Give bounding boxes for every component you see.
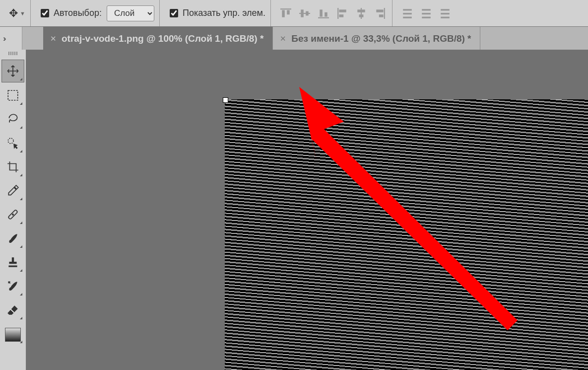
- svg-rect-4: [301, 9, 304, 17]
- current-tool-indicator[interactable]: ✥ ▼: [9, 7, 25, 20]
- gradient-tool-button[interactable]: [2, 323, 24, 345]
- align-horizontal-centers-button[interactable]: [354, 6, 368, 20]
- autoselect-checkbox[interactable]: Автовыбор:: [39, 7, 102, 19]
- eraser-tool-button[interactable]: [2, 299, 24, 321]
- svg-rect-25: [441, 12, 450, 14]
- brush-tool-button[interactable]: [2, 227, 24, 249]
- document-tab-2[interactable]: ✕ Без имени-1 @ 33,3% (Слой 1, RGB/8) *: [273, 27, 480, 50]
- move-icon: ✥: [9, 7, 18, 20]
- eyedropper-tool-button[interactable]: [2, 180, 24, 202]
- svg-rect-16: [376, 9, 383, 12]
- svg-rect-10: [339, 9, 346, 12]
- document-tabbar: › › ✕ otraj-v-vode-1.png @ 100% (Слой 1,…: [0, 27, 588, 50]
- panel-grip[interactable]: [3, 52, 23, 57]
- healing-brush-tool-button[interactable]: [2, 204, 24, 225]
- svg-rect-1: [282, 10, 285, 17]
- svg-rect-18: [403, 9, 412, 10]
- tab-title: Без имени-1 @ 33,3% (Слой 1, RGB/8) *: [291, 33, 471, 44]
- options-bar: ✥ ▼ Автовыбор: Слой Показать упр. элем.: [0, 0, 588, 27]
- autoselect-input[interactable]: [41, 9, 49, 17]
- workspace: [0, 50, 588, 370]
- tab-title: otraj-v-vode-1.png @ 100% (Слой 1, RGB/8…: [62, 33, 263, 44]
- svg-rect-19: [403, 12, 412, 14]
- svg-rect-5: [306, 11, 309, 15]
- show-transform-controls-checkbox[interactable]: Показать упр. элем.: [168, 7, 265, 19]
- history-brush-icon: [6, 280, 19, 293]
- move-tool-button[interactable]: [1, 60, 24, 82]
- svg-rect-17: [379, 14, 384, 17]
- brush-icon: [6, 232, 19, 245]
- close-icon[interactable]: ✕: [280, 34, 286, 43]
- eyedropper-icon: [6, 184, 19, 197]
- show-controls-input[interactable]: [170, 9, 178, 17]
- svg-rect-8: [325, 12, 327, 16]
- lasso-tool-button[interactable]: [2, 108, 24, 130]
- autoselect-label: Автовыбор:: [54, 8, 102, 18]
- align-vertical-centers-button[interactable]: [298, 6, 312, 20]
- svg-point-28: [8, 138, 13, 144]
- history-brush-tool-button[interactable]: [2, 275, 24, 297]
- svg-rect-20: [403, 16, 412, 18]
- svg-rect-13: [357, 9, 365, 12]
- svg-rect-23: [422, 16, 431, 18]
- svg-rect-22: [422, 12, 431, 14]
- crop-tool-button[interactable]: [2, 156, 24, 178]
- quick-selection-tool-button[interactable]: [2, 132, 24, 154]
- distribute-vertical-button[interactable]: [419, 6, 433, 20]
- svg-rect-11: [339, 14, 343, 17]
- svg-rect-14: [359, 14, 364, 17]
- quick-select-icon: [6, 137, 19, 149]
- svg-rect-7: [320, 9, 323, 16]
- svg-point-30: [12, 214, 13, 215]
- align-right-edges-button[interactable]: [373, 6, 387, 20]
- move-icon: [6, 65, 19, 77]
- gradient-icon: [5, 328, 21, 342]
- eraser-icon: [6, 303, 19, 316]
- svg-rect-26: [441, 16, 450, 18]
- clone-stamp-tool-button[interactable]: [2, 251, 24, 273]
- svg-rect-27: [8, 90, 18, 100]
- align-top-edges-button[interactable]: [279, 6, 293, 20]
- chevron-down-icon: ▼: [20, 10, 25, 16]
- document-canvas[interactable]: [225, 99, 588, 370]
- transform-handle[interactable]: [223, 97, 228, 103]
- align-bottom-edges-button[interactable]: [317, 6, 330, 20]
- document-tab-1[interactable]: ✕ otraj-v-vode-1.png @ 100% (Слой 1, RGB…: [43, 27, 273, 50]
- chevron-right-icon: ›: [3, 34, 4, 43]
- svg-rect-24: [441, 9, 450, 10]
- svg-rect-2: [287, 10, 290, 14]
- stamp-icon: [6, 256, 19, 269]
- autoselect-target-dropdown[interactable]: Слой: [107, 5, 154, 21]
- show-controls-label: Показать упр. элем.: [183, 8, 265, 18]
- marquee-tool-button[interactable]: [2, 84, 24, 106]
- lasso-icon: [6, 113, 19, 126]
- marquee-icon: [6, 89, 19, 102]
- canvas-content: [225, 99, 588, 370]
- distribute-bottom-button[interactable]: [438, 6, 452, 20]
- panel-collapse-button[interactable]: › ›: [0, 27, 22, 50]
- align-left-edges-button[interactable]: [335, 6, 349, 20]
- crop-icon: [6, 160, 19, 173]
- bandage-icon: [6, 208, 19, 221]
- close-icon[interactable]: ✕: [50, 34, 57, 43]
- canvas-area[interactable]: [26, 50, 588, 370]
- svg-rect-21: [422, 9, 431, 10]
- distribute-top-button[interactable]: [400, 6, 414, 20]
- tools-panel: [0, 50, 26, 370]
